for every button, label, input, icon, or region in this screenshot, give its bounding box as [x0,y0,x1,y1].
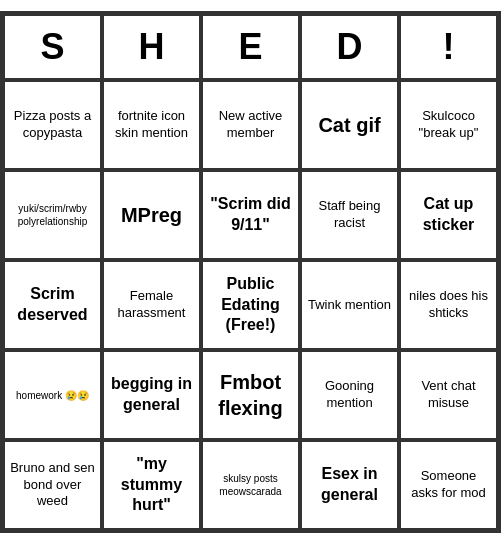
bingo-cell-3: Cat gif [300,80,399,170]
bingo-cell-2: New active member [201,80,300,170]
bingo-cell-21: "my stummy hurt" [102,440,201,530]
bingo-cell-14: niles does his shticks [399,260,498,350]
bingo-cell-17: Fmbot flexing [201,350,300,440]
bingo-cell-24: Someone asks for mod [399,440,498,530]
bingo-cell-6: MPreg [102,170,201,260]
header-letter-d: D [300,14,399,80]
header-letter-e: E [201,14,300,80]
bingo-cell-11: Female harassment [102,260,201,350]
bingo-header: SHED! [3,14,498,80]
bingo-cell-4: Skulcoco "break up" [399,80,498,170]
bingo-cell-19: Vent chat misuse [399,350,498,440]
bingo-cell-0: Pizza posts a copypasta [3,80,102,170]
header-letter-!: ! [399,14,498,80]
bingo-cell-1: fortnite icon skin mention [102,80,201,170]
bingo-cell-20: Bruno and sen bond over weed [3,440,102,530]
bingo-cell-23: Esex in general [300,440,399,530]
bingo-cell-13: Twink mention [300,260,399,350]
bingo-cell-16: begging in general [102,350,201,440]
bingo-cell-9: Cat up sticker [399,170,498,260]
bingo-cell-12: Public Edating (Free!) [201,260,300,350]
bingo-cell-7: "Scrim did 9/11" [201,170,300,260]
bingo-cell-5: yuki/scrim/rwby polyrelationship [3,170,102,260]
bingo-cell-18: Gooning mention [300,350,399,440]
bingo-cell-8: Staff being racist [300,170,399,260]
bingo-cell-10: Scrim deserved [3,260,102,350]
bingo-grid: Pizza posts a copypastafortnite icon ski… [3,80,498,530]
bingo-cell-15: homework 😢😢 [3,350,102,440]
bingo-cell-22: skulsy posts meowscarada [201,440,300,530]
bingo-card: SHED! Pizza posts a copypastafortnite ic… [0,11,501,533]
header-letter-s: S [3,14,102,80]
header-letter-h: H [102,14,201,80]
